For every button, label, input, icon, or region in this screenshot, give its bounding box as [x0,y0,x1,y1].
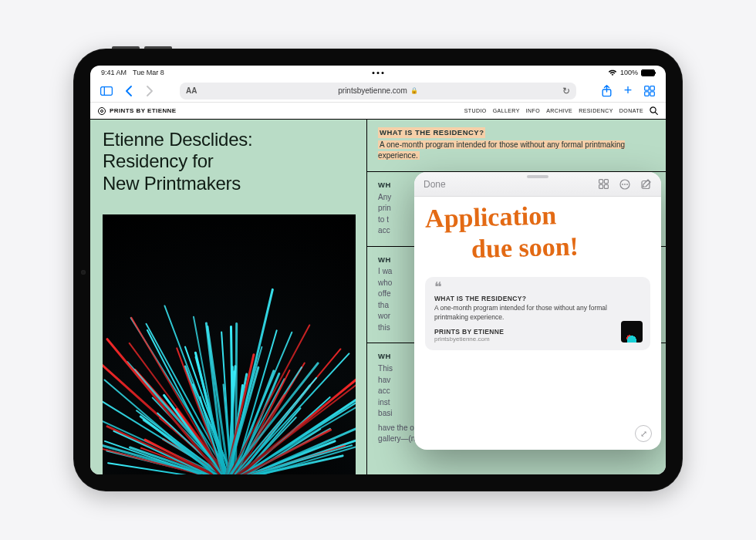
reader-aa-icon[interactable]: AA [186,86,197,95]
status-time: 9:41 AM [101,69,127,76]
faq-block: WHAT IS THE RESIDENCY? A one-month progr… [367,120,666,172]
site-nav: STUDIO GALLERY INFO ARCHIVE RESIDENCY DO… [464,106,658,115]
article-left-column: Etienne Desclides: Residency for New Pri… [90,120,366,474]
svg-point-15 [624,184,626,185]
handwritten-text: due soon! [471,231,651,262]
link-title: WHAT IS THE RESIDENCY? [434,295,641,302]
nav-link[interactable]: GALLERY [493,108,520,113]
site-header: PRINTS BY ETIENNE STUDIO GALLERY INFO AR… [90,103,666,120]
link-excerpt: A one-month program intended for those w… [434,304,641,322]
page-headline: Etienne Desclides: Residency for New Pri… [103,129,356,194]
tabs-icon[interactable] [643,86,656,96]
sidebar-icon[interactable] [100,86,113,96]
address-domain: printsbyetienne.com [338,86,407,95]
headline-line: New Printmakers [103,173,356,194]
svg-rect-0 [101,86,113,95]
headline-line: Residency for [103,150,356,172]
nav-link[interactable]: RESIDENCY [579,108,613,113]
headline-line: Etienne Desclides: [103,129,356,150]
link-thumbnail [621,321,643,343]
hero-image [103,214,356,474]
expand-icon[interactable]: ⤢ [635,425,652,442]
status-date: Tue Mar 8 [133,69,164,76]
lock-icon: 🔒 [410,87,418,94]
compose-icon[interactable] [641,179,652,190]
faq-title: WHAT IS THE RESIDENCY? [378,127,485,138]
nav-link[interactable]: STUDIO [464,108,487,113]
web-page: PRINTS BY ETIENNE STUDIO GALLERY INFO AR… [90,103,666,474]
search-icon[interactable] [650,106,658,115]
svg-rect-3 [645,86,649,89]
svg-point-14 [622,184,623,185]
done-button[interactable]: Done [424,179,446,190]
more-icon[interactable] [619,179,630,190]
new-tab-icon[interactable]: + [621,83,635,99]
link-site: PRINTS BY ETIENNE [434,328,641,336]
safari-toolbar: AA printsbyetienne.com 🔒 ↻ + [90,79,666,103]
battery-icon [641,69,655,76]
svg-rect-4 [650,86,654,89]
quick-note-toolbar: Done [414,172,661,197]
nav-link[interactable]: ARCHIVE [546,108,572,113]
svg-line-8 [655,112,657,114]
brand-logo-icon [98,107,106,115]
nav-link[interactable]: DONATE [619,108,643,113]
multitasking-dots[interactable] [373,72,384,74]
link-preview-card[interactable]: ❝ WHAT IS THE RESIDENCY? A one-month pro… [425,277,650,350]
volume-button [144,46,172,49]
site-brand[interactable]: PRINTS BY ETIENNE [98,107,177,115]
share-icon[interactable] [599,85,613,97]
brand-name: PRINTS BY ETIENNE [110,107,177,114]
svg-rect-12 [604,184,608,188]
nav-link[interactable]: INFO [526,108,540,113]
wifi-icon [608,69,617,76]
battery-percent: 100% [620,69,638,76]
link-domain: printsbyetienne.com [434,336,641,343]
back-button[interactable] [121,86,135,96]
address-bar[interactable]: AA printsbyetienne.com 🔒 ↻ [180,83,576,100]
quote-icon: ❝ [434,285,641,290]
front-camera [81,270,86,275]
svg-rect-6 [650,91,654,95]
forward-button [143,86,157,96]
screen: 9:41 AM Tue Mar 8 100% [90,66,666,474]
quick-note-body[interactable]: Application due soon! ❝ WHAT IS THE RESI… [414,197,661,450]
svg-rect-5 [645,91,649,95]
reload-icon[interactable]: ↻ [562,86,570,96]
grid-icon[interactable] [599,179,609,190]
status-bar: 9:41 AM Tue Mar 8 100% [90,66,666,79]
svg-point-16 [626,184,628,185]
handwritten-text: Application [425,200,651,232]
svg-rect-11 [599,184,603,188]
faq-body: A one-month program intended for those w… [378,140,625,160]
quick-note-panel[interactable]: Done Application [414,172,661,450]
volume-button [112,46,140,49]
svg-rect-10 [604,179,608,183]
ipad-device-frame: 9:41 AM Tue Mar 8 100% [73,49,683,491]
svg-rect-9 [599,179,603,183]
